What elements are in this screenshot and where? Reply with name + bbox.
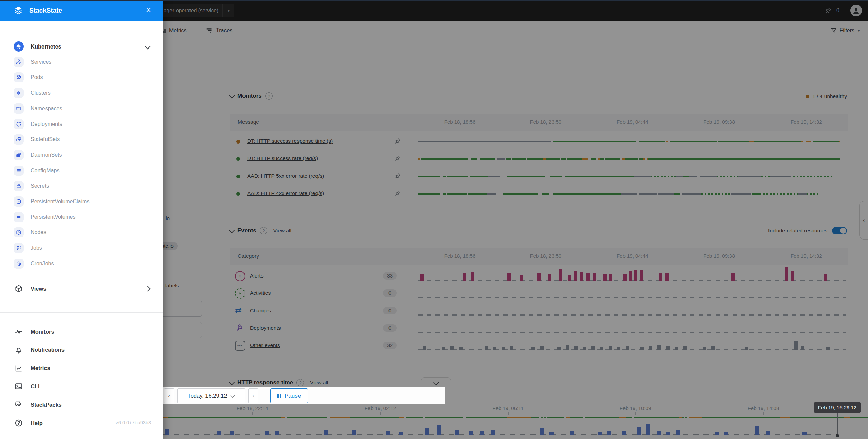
sidebar-item-cli[interactable]: CLI	[0, 379, 163, 394]
timeline-prev-button[interactable]: ‹	[164, 388, 174, 403]
deployments-icon	[14, 119, 24, 129]
stackstate-logo-icon	[14, 6, 23, 15]
window-top-strip	[0, 0, 868, 1]
version-label: v6.0.0+7ba93b3	[116, 420, 151, 425]
pause-icon	[277, 394, 281, 398]
timeline-cursor[interactable]	[837, 413, 838, 435]
namespaces-icon	[14, 103, 24, 114]
pause-button[interactable]: Pause	[270, 388, 308, 403]
sidebar-item-metrics[interactable]: Metrics	[0, 361, 163, 376]
secrets-icon	[14, 181, 24, 191]
sidebar-item-notifications[interactable]: Notifications	[0, 342, 163, 358]
timeline-cursor-tooltip: Feb 19, 16:29:12	[814, 402, 861, 413]
drawer-header: StackState ×	[0, 0, 163, 21]
drawer-close-button[interactable]: ×	[146, 5, 151, 15]
sidebar-item-kubernetes[interactable]: Kubernetes	[0, 39, 163, 54]
sidebar-item-services[interactable]: Services	[0, 54, 163, 70]
sidebar-item-secrets[interactable]: Secrets	[0, 178, 163, 194]
sidebar-item-daemonsets[interactable]: DaemonSets	[0, 147, 163, 163]
configmaps-icon	[14, 166, 24, 176]
chevron-down-icon	[145, 44, 151, 50]
sidebar-item-persistentvolumeclaims[interactable]: PersistentVolumeClaims	[0, 194, 163, 209]
timeline-time-selector[interactable]: Today, 16:29:12	[177, 388, 245, 403]
clusters-icon	[14, 88, 24, 98]
jobs-icon	[14, 243, 24, 253]
help-icon	[14, 418, 24, 428]
kubernetes-icon	[14, 41, 24, 52]
sidebar-item-deployments[interactable]: Deployments	[0, 116, 163, 132]
statefulsets-icon	[14, 134, 24, 145]
sidebar-item-monitors[interactable]: Monitors	[0, 324, 163, 340]
cli-icon	[14, 381, 24, 392]
sidebar-item-persistentvolumes[interactable]: PersistentVolumes	[0, 209, 163, 225]
bell-icon	[14, 345, 24, 355]
main-menu-drawer: StackState × Kubernetes Services Pods Cl…	[0, 0, 163, 439]
sidebar-item-cronjobs[interactable]: CronJobs	[0, 256, 163, 271]
stackstate-app: ager-operated (service) ▼ 0 Metrics	[0, 0, 868, 439]
timeline-cursor-dot[interactable]	[836, 434, 839, 437]
timeline-current-time: Today, 16:29:12	[187, 393, 227, 399]
cronjobs-icon	[14, 259, 24, 269]
sidebar-item-clusters[interactable]: Clusters	[0, 85, 163, 101]
drawer-divider	[0, 312, 163, 313]
sidebar-item-statefulsets[interactable]: StatefulSets	[0, 132, 163, 147]
sidebar-item-namespaces[interactable]: Namespaces	[0, 101, 163, 116]
daemonsets-icon	[14, 150, 24, 160]
services-icon	[14, 57, 24, 67]
pods-icon	[14, 72, 24, 82]
pv-icon	[14, 212, 24, 222]
brand-title: StackState	[29, 7, 62, 14]
puzzle-icon	[14, 400, 24, 410]
sidebar-item-configmaps[interactable]: ConfigMaps	[0, 163, 163, 178]
cube-icon	[14, 284, 24, 294]
sidebar-item-stackpacks[interactable]: StackPacks	[0, 397, 163, 413]
pvc-icon	[14, 196, 24, 207]
timeline-controls: ‹ Today, 16:29:12 › Pause	[163, 387, 445, 404]
chart-icon	[14, 363, 24, 374]
nodes-icon	[14, 227, 24, 237]
sidebar-item-pods[interactable]: Pods	[0, 70, 163, 85]
sidebar-item-views[interactable]: Views	[0, 281, 163, 297]
sidebar-item-jobs[interactable]: Jobs	[0, 240, 163, 256]
chevron-right-icon	[145, 286, 151, 292]
pulse-icon	[14, 327, 24, 337]
timeline-next-button[interactable]: ›	[248, 388, 258, 403]
sidebar-item-nodes[interactable]: Nodes	[0, 225, 163, 240]
